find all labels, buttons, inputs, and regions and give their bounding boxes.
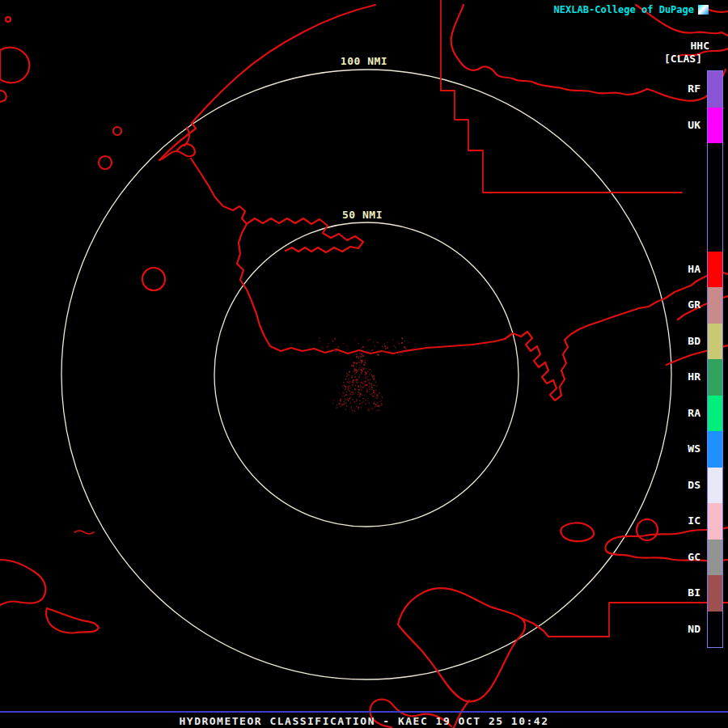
classification-label: [CLAS] xyxy=(664,53,702,65)
legend-label-blank-4 xyxy=(665,215,700,252)
product-code-label: HHC xyxy=(691,40,709,52)
legend-labels: RFUKHAGRBDHRRAWSDSICGCBIND xyxy=(665,71,700,647)
legend-cell-WS xyxy=(708,431,722,468)
footer-divider xyxy=(0,711,728,713)
legend-cell-GC xyxy=(708,540,722,576)
island-topleft xyxy=(0,48,29,83)
islet-topleft xyxy=(6,17,11,22)
legend-cell-blank-4 xyxy=(708,215,722,252)
header: NEXLAB-College of DuPage xyxy=(554,4,709,15)
legend-label-HR: HR xyxy=(665,359,700,396)
legend-label-ND: ND xyxy=(665,612,700,648)
legend-cell-BD xyxy=(708,324,722,360)
islet-west xyxy=(99,156,112,169)
radar-map xyxy=(0,0,728,728)
legend-cell-HA xyxy=(708,252,722,288)
legend-label-HA: HA xyxy=(665,252,700,288)
legend-cell-IC xyxy=(708,503,722,540)
coastline-bottomleft-1 xyxy=(0,560,45,605)
island-southeast-round xyxy=(637,519,658,540)
border-stepped-top xyxy=(441,0,682,193)
legend-cell-RA xyxy=(708,396,722,432)
legend-label-GC: GC xyxy=(665,540,700,576)
island-topleft-notch xyxy=(0,91,6,102)
range-ring-label-100: 100 NMI xyxy=(338,55,390,67)
legend-cell-DS xyxy=(708,468,722,504)
legend-label-blank-3 xyxy=(665,180,700,216)
border-stepped-bottom-right xyxy=(548,603,728,637)
coastline-northwest-arc xyxy=(159,5,375,160)
radar-echo xyxy=(319,337,409,412)
legend-label-BD: BD xyxy=(665,324,700,360)
legend-label-UK: UK xyxy=(665,108,700,144)
coastline-central xyxy=(191,159,505,353)
legend-label-IC: IC xyxy=(665,503,700,540)
radar-screen: 100 NMI 50 NMI NEXLAB-College of DuPage … xyxy=(0,0,728,728)
source-label: NEXLAB-College of DuPage xyxy=(554,4,694,15)
legend-label-BI: BI xyxy=(665,575,700,612)
island-southeast-blob xyxy=(561,523,594,541)
legend-label-RA: RA xyxy=(665,396,700,432)
product-title: HYDROMETEOR CLASSIFICATION - KAEC 19 OCT… xyxy=(0,715,728,727)
legend-cell-blank-2 xyxy=(708,143,722,180)
coastline-south-island xyxy=(398,588,525,701)
coastline-bottomleft-2 xyxy=(46,608,99,633)
legend-cell-blank-3 xyxy=(708,180,722,216)
legend-cell-GR xyxy=(708,287,722,324)
legend-cell-UK xyxy=(708,108,722,144)
legend-label-DS: DS xyxy=(665,468,700,504)
cod-logo-icon xyxy=(698,5,709,15)
squiggle-west xyxy=(74,531,94,534)
coastline-topright-1 xyxy=(451,5,647,95)
legend-cell-ND xyxy=(708,612,722,648)
range-ring-label-50: 50 NMI xyxy=(340,209,385,221)
legend-color-bar xyxy=(707,70,723,648)
legend-label-blank-2 xyxy=(665,143,700,180)
island-west-round xyxy=(142,268,165,290)
islet-west-small xyxy=(113,127,121,135)
legend-cell-RF xyxy=(708,71,722,108)
coastline-east-peninsula xyxy=(505,322,599,400)
legend-label-RF: RF xyxy=(665,71,700,108)
legend-cell-HR xyxy=(708,359,722,396)
legend-label-GR: GR xyxy=(665,287,700,324)
legend-label-WS: WS xyxy=(665,431,700,468)
legend-cell-BI xyxy=(708,575,722,612)
